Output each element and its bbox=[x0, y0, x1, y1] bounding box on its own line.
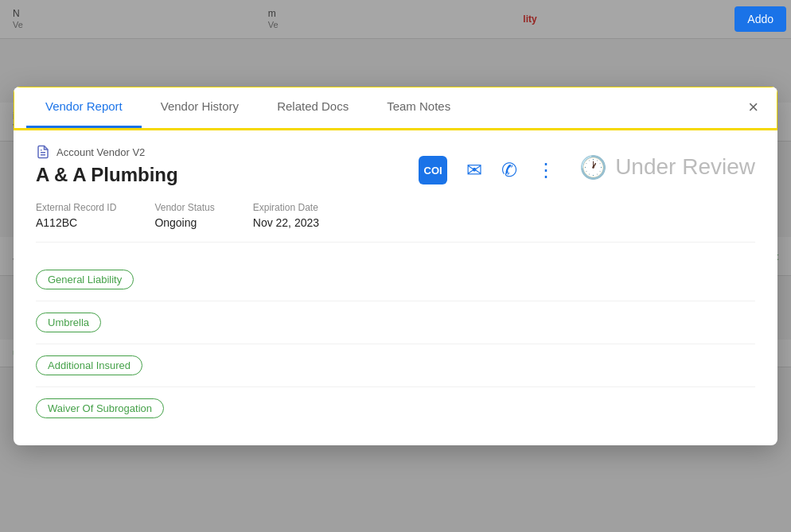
external-record-id-label: External Record ID bbox=[36, 202, 116, 213]
status-text: Under Review bbox=[615, 154, 755, 180]
status-area: 🕐 Under Review bbox=[579, 154, 755, 181]
vendor-status-label: Vendor Status bbox=[154, 202, 214, 213]
modal-body: Account Vendor V2 A & A Plumbing COI ✉ bbox=[14, 129, 777, 445]
expiration-date-label: Expiration Date bbox=[253, 202, 319, 213]
expiration-date-item: Expiration Date Nov 22, 2023 bbox=[253, 202, 319, 229]
vendor-actions: COI ✉ ✆ ⋮ bbox=[414, 151, 560, 189]
tag-section-waiver-of-subrogation: Waiver Of Subrogation bbox=[36, 387, 755, 429]
external-record-id-value: A112BC bbox=[36, 216, 116, 229]
coi-label: COI bbox=[424, 165, 442, 177]
tag-general-liability: General Liability bbox=[36, 270, 134, 289]
vendor-type-label: Account Vendor V2 bbox=[56, 146, 145, 158]
email-icon: ✉ bbox=[466, 159, 482, 181]
more-icon: ⋮ bbox=[536, 159, 555, 181]
email-button[interactable]: ✉ bbox=[462, 154, 487, 186]
tab-related-docs[interactable]: Related Docs bbox=[258, 87, 368, 128]
document-icon bbox=[36, 145, 50, 159]
tag-umbrella: Umbrella bbox=[36, 313, 101, 332]
phone-icon: ✆ bbox=[501, 159, 517, 181]
phone-button[interactable]: ✆ bbox=[497, 154, 522, 186]
add-button-area: Addo bbox=[734, 6, 786, 32]
coi-button[interactable]: COI bbox=[414, 151, 452, 189]
tab-bar: Vendor Report Vendor History Related Doc… bbox=[14, 87, 777, 129]
more-button[interactable]: ⋮ bbox=[532, 154, 560, 186]
vendor-right: COI ✉ ✆ ⋮ 🕐 bbox=[414, 145, 755, 189]
vendor-name: A & A Plumbing bbox=[36, 164, 178, 186]
clock-icon: 🕐 bbox=[579, 154, 607, 181]
tag-section-umbrella: Umbrella bbox=[36, 301, 755, 344]
close-button[interactable]: × bbox=[742, 92, 765, 122]
vendor-modal: Vendor Report Vendor History Related Doc… bbox=[14, 87, 777, 445]
tag-additional-insured: Additional Insured bbox=[36, 355, 142, 375]
expiration-date-value: Nov 22, 2023 bbox=[253, 216, 319, 229]
tag-waiver-of-subrogation: Waiver Of Subrogation bbox=[36, 398, 164, 418]
tab-team-notes[interactable]: Team Notes bbox=[368, 87, 470, 128]
tag-sections: General Liability Umbrella Additional In… bbox=[36, 258, 755, 429]
modal-overlay: Vendor Report Vendor History Related Doc… bbox=[0, 0, 791, 532]
vendor-type-row: Account Vendor V2 bbox=[36, 145, 178, 159]
vendor-status-item: Vendor Status Ongoing bbox=[154, 202, 214, 229]
vendor-header: Account Vendor V2 A & A Plumbing COI ✉ bbox=[36, 145, 755, 189]
meta-row: External Record ID A112BC Vendor Status … bbox=[36, 202, 755, 243]
coi-icon-box: COI bbox=[419, 156, 447, 184]
vendor-left: Account Vendor V2 A & A Plumbing bbox=[36, 145, 178, 186]
tag-section-general-liability: General Liability bbox=[36, 258, 755, 301]
vendor-status-value: Ongoing bbox=[154, 216, 214, 229]
add-button[interactable]: Addo bbox=[734, 6, 786, 32]
external-record-id-item: External Record ID A112BC bbox=[36, 202, 116, 229]
tab-vendor-report[interactable]: Vendor Report bbox=[26, 87, 142, 128]
tab-vendor-history[interactable]: Vendor History bbox=[142, 87, 258, 128]
tag-section-additional-insured: Additional Insured bbox=[36, 344, 755, 387]
